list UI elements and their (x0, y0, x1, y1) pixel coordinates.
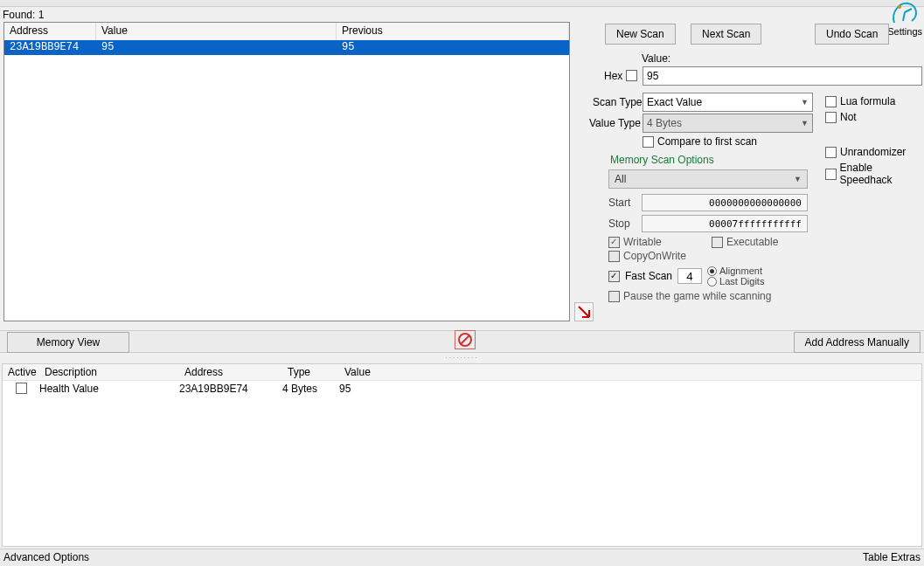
advanced-options[interactable]: Advanced Options (3, 551, 89, 564)
settings-link[interactable]: Settings (887, 0, 922, 37)
unrandomizer-label: Unrandomizer (840, 146, 906, 158)
chevron-down-icon: ▼ (801, 119, 809, 128)
col-address[interactable]: Address (4, 23, 96, 40)
lua-checkbox[interactable] (825, 96, 837, 107)
fast-scan-value[interactable] (677, 268, 702, 284)
executable-checkbox[interactable] (712, 237, 723, 248)
col-value[interactable]: Value (96, 23, 337, 40)
mso-title: Memory Scan Options (603, 154, 813, 166)
value-type-label: Value Type (589, 117, 641, 129)
active-checkbox[interactable] (16, 383, 27, 394)
value-input[interactable] (643, 66, 922, 86)
start-label: Start (608, 197, 636, 209)
hex-checkbox[interactable] (626, 70, 637, 81)
col-type[interactable]: Type (282, 364, 339, 380)
no-icon[interactable] (455, 330, 476, 349)
stop-label: Stop (608, 217, 636, 230)
hex-label: Hex (604, 70, 622, 82)
cell-type: 4 Bytes (282, 383, 339, 395)
alignment-radio[interactable] (707, 266, 717, 276)
cell-value: 95 (96, 40, 337, 55)
alignment-label: Alignment (719, 266, 762, 276)
next-scan-button[interactable]: Next Scan (691, 24, 761, 45)
last-digits-label: Last Digits (719, 276, 764, 286)
memory-scan-options: Memory Scan Options All ▼ Start Stop Wri… (603, 154, 813, 320)
scan-type-value: Exact Value (647, 96, 702, 108)
address-list[interactable]: Active Description Address Type Value He… (2, 363, 922, 547)
chevron-down-icon: ▼ (794, 175, 802, 183)
not-checkbox[interactable] (825, 112, 837, 123)
not-label: Not (840, 111, 857, 123)
compare-first-checkbox[interactable] (643, 136, 654, 148)
start-input[interactable] (642, 194, 808, 211)
mso-region-select[interactable]: All ▼ (608, 169, 808, 189)
last-digits-radio[interactable] (707, 277, 717, 286)
table-row[interactable]: Health Value 23A19BB9E74 4 Bytes 95 (3, 381, 921, 397)
scan-type-select[interactable]: Exact Value ▼ (643, 93, 813, 112)
cell-description: Health Value (39, 383, 179, 395)
svg-point-0 (898, 5, 901, 9)
add-to-list-button[interactable] (574, 302, 594, 321)
cell-address2: 23A19BB9E74 (179, 383, 282, 395)
found-count: Found: 1 (3, 9, 44, 21)
value-type-value: 4 Bytes (647, 117, 682, 129)
cell-address: 23A19BB9E74 (4, 40, 96, 55)
speedhack-label: Enable Speedhack (840, 162, 924, 186)
lua-label: Lua formula (840, 95, 895, 107)
mso-region-value: All (615, 173, 626, 185)
value-type-select[interactable]: 4 Bytes ▼ (643, 114, 813, 133)
result-row[interactable]: 23A19BB9E74 95 95 (4, 40, 569, 55)
cell-previous: 95 (337, 40, 569, 55)
app-logo-icon (889, 0, 921, 26)
cell-value2: 95 (339, 383, 921, 395)
settings-label: Settings (887, 26, 922, 37)
writable-label: Writable (623, 236, 662, 248)
cow-checkbox[interactable] (608, 251, 620, 262)
chevron-down-icon: ▼ (801, 98, 809, 107)
pause-checkbox[interactable] (608, 291, 620, 302)
speedhack-checkbox[interactable] (825, 169, 837, 180)
col-previous[interactable]: Previous (337, 23, 569, 40)
cow-label: CopyOnWrite (623, 250, 686, 262)
col-address2[interactable]: Address (179, 364, 282, 380)
writable-checkbox[interactable] (608, 237, 620, 248)
svg-line-2 (461, 335, 469, 344)
scan-results[interactable]: Address Value Previous 23A19BB9E74 95 95 (3, 22, 570, 321)
fast-scan-label: Fast Scan (625, 270, 672, 282)
unrandomizer-checkbox[interactable] (825, 147, 837, 158)
executable-label: Executable (726, 236, 778, 248)
arrow-down-right-icon (577, 305, 591, 319)
pause-label: Pause the game while scanning (623, 290, 771, 302)
value-label: Value: (642, 52, 670, 65)
splitter[interactable]: ∙∙∙∙∙∙∙∙∙ (0, 354, 924, 362)
compare-first-label: Compare to first scan (657, 135, 757, 148)
memory-view-button[interactable]: Memory View (7, 332, 129, 353)
prohibit-icon (457, 332, 473, 348)
add-address-manually-button[interactable]: Add Address Manually (794, 332, 921, 353)
table-extras[interactable]: Table Extras (863, 551, 921, 564)
col-description[interactable]: Description (39, 364, 179, 380)
fast-scan-checkbox[interactable] (608, 271, 620, 282)
col-active[interactable]: Active (3, 364, 39, 380)
scan-type-label: Scan Type (593, 96, 642, 108)
undo-scan-button[interactable]: Undo Scan (815, 24, 889, 45)
stop-input[interactable] (642, 215, 808, 232)
new-scan-button[interactable]: New Scan (605, 24, 676, 45)
col-value2[interactable]: Value (339, 364, 921, 380)
